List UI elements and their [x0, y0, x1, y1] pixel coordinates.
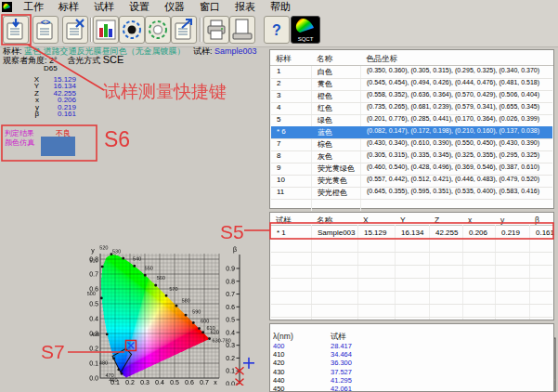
standards-row-1[interactable]: 1白色(0.350, 0.360), (0.305, 0.315), (0.29…	[271, 66, 552, 78]
annotation-s6: S6	[104, 127, 130, 152]
sample-table: 试样名称XYZxyβ * 1Sample00315.12916.13442.25…	[269, 212, 554, 320]
standards-row-7[interactable]: 7棕色(0.430, 0.340), (0.610, 0.390), (0.55…	[271, 138, 552, 150]
standard-name: 黄色	[318, 79, 332, 89]
question-mark-icon: ?	[272, 22, 281, 38]
wavelength: 450	[273, 385, 285, 392]
standard-name: 荧光黄绿色	[318, 163, 355, 174]
delete-record-button[interactable]	[62, 16, 88, 44]
sample-col-header-3: Y	[400, 216, 406, 225]
standards-row-9[interactable]: 9荧光黄绿色(0.460, 0.540), (0.428, 0.496), (0…	[271, 163, 552, 175]
menu-item-5[interactable]: 窗口	[192, 0, 227, 14]
standard-coords: (0.558, 0.352), (0.636, 0.364), (0.570, …	[367, 91, 539, 98]
status-line-observer: 观察者角度: 2° 含光方式 SCE	[3, 54, 123, 67]
annotation-s7: S7	[41, 341, 65, 363]
standards-row-3[interactable]: 3橙色(0.558, 0.352), (0.636, 0.364), (0.57…	[271, 90, 552, 102]
standard-coords: (0.545, 0.454), (0.494, 0.426), (0.444, …	[367, 79, 539, 85]
calibrate-white-button[interactable]	[145, 16, 171, 44]
wavelength: 420	[273, 359, 285, 367]
measure-value: 0.161	[39, 110, 76, 118]
wavelength: 400	[273, 342, 285, 350]
col-header-standard: 标样	[276, 54, 292, 65]
mode-value: SCE	[103, 54, 124, 65]
spectral-panel: λ(nm) 试样 40028.41741034.46442036.3004303…	[269, 323, 554, 392]
white-calibration-icon	[146, 17, 170, 43]
standard-coords: (0.645, 0.355), (0.595, 0.351), (0.535, …	[367, 188, 539, 194]
sample-col-header-7: β	[535, 216, 539, 225]
sample-col-header-5: x	[468, 216, 472, 225]
calibrate-black-button[interactable]	[119, 16, 145, 44]
sample-cell: 0.219	[501, 229, 520, 237]
col-header-coords: 色品坐标	[366, 54, 397, 65]
measure-label: β	[19, 110, 39, 118]
standard-coords: (0.305, 0.315), (0.335, 0.345), (0.325, …	[367, 151, 539, 158]
standards-row-5[interactable]: 5绿色(0.201, 0.776), (0.285, 0.441), (0.17…	[271, 114, 552, 126]
standard-coords: (0.460, 0.540), (0.428, 0.496), (0.369, …	[367, 163, 539, 170]
standard-name: 红色	[318, 103, 332, 113]
printer-icon	[204, 17, 228, 43]
toolbar: <>	[0, 14, 558, 47]
print-button[interactable]	[203, 16, 229, 44]
spectral-value: 28.417	[331, 342, 352, 350]
measure-sample-button[interactable]	[3, 16, 29, 44]
sample-label: 试样:	[193, 46, 213, 56]
standard-id: 9	[277, 163, 280, 172]
wavelength: 440	[273, 376, 285, 385]
sample-cell: 42.255	[435, 229, 458, 237]
menu-items: 工作标样试样设置仪器窗口报表帮助	[16, 0, 298, 14]
standard-id: 1	[277, 67, 280, 75]
menu-item-3[interactable]: 设置	[122, 0, 157, 14]
col-header-name: 名称	[317, 54, 332, 65]
standards-row-6[interactable]: * 6蓝色(0.082, 0.147), (0.172, 0.198), (0.…	[271, 126, 552, 138]
page-preview-icon	[230, 17, 254, 43]
standard-id: 4	[277, 103, 280, 111]
compare-data-button[interactable]: <>	[32, 16, 58, 44]
judgement-box: 判定结果 不良 颜色仿真	[2, 125, 97, 161]
export-data-button[interactable]	[171, 16, 197, 44]
standard-id: * 6	[277, 127, 286, 136]
menu-item-6[interactable]: 报表	[227, 0, 263, 14]
menu-item-4[interactable]: 仪器	[157, 0, 192, 14]
standards-row-4[interactable]: 4红色(0.735, 0.265), (0.681, 0.239), (0.57…	[271, 102, 552, 114]
sample-row[interactable]: * 1Sample00315.12916.13442.2550.2060.219…	[271, 226, 552, 239]
spectral-value: 42.061	[331, 385, 352, 392]
standards-row-11[interactable]: 11荧光橙色(0.645, 0.355), (0.595, 0.351), (0…	[271, 187, 552, 199]
standard-name: 棕色	[318, 139, 332, 150]
sample-col-header-6: y	[500, 216, 504, 225]
chart-view-button[interactable]	[93, 16, 119, 44]
standards-row-10[interactable]: 10荧光黄色(0.557, 0.442), (0.512, 0.421), (0…	[271, 175, 552, 187]
help-button[interactable]: ?	[264, 16, 290, 44]
col-header-wavelength: λ(nm)	[273, 332, 293, 341]
menu-item-2[interactable]: 试样	[86, 0, 122, 14]
standard-name: 橙色	[318, 91, 332, 101]
standard-id: 11	[277, 188, 284, 196]
standard-id: 8	[277, 151, 280, 160]
angle-brackets-icon: <>	[41, 18, 51, 27]
simulation-label: 颜色仿真	[5, 137, 34, 148]
sqct-logo-button[interactable]: SQCT	[291, 16, 320, 44]
black-calibration-icon	[120, 17, 144, 43]
standard-name: 绿色	[318, 115, 332, 125]
sample-cell: 15.129	[364, 229, 386, 237]
standard-coords: (0.557, 0.442), (0.512, 0.421), (0.446, …	[367, 176, 539, 182]
print-preview-button[interactable]	[229, 16, 255, 44]
standard-id: 5	[277, 115, 280, 124]
sample-cell: 0.161	[536, 229, 554, 237]
standards-table: 标样 名称 色品坐标 1白色(0.350, 0.360), (0.305, 0.…	[269, 49, 554, 209]
illuminant-label: D65	[44, 64, 58, 72]
standards-row-2[interactable]: 2黄色(0.545, 0.454), (0.494, 0.426), (0.44…	[271, 78, 552, 90]
menu-item-1[interactable]: 标样	[51, 0, 86, 14]
standard-name: 蓝色	[318, 127, 332, 137]
sample-cell: 16.134	[401, 229, 423, 237]
standard-coords: (0.082, 0.147), (0.172, 0.198), (0.210, …	[367, 127, 539, 134]
sample-col-header-2: X	[363, 216, 369, 225]
standards-row-8[interactable]: 8灰色(0.305, 0.315), (0.335, 0.345), (0.32…	[271, 150, 552, 163]
standard-coords: (0.430, 0.340), (0.610, 0.390), (0.550, …	[367, 139, 539, 146]
menu-item-0[interactable]: 工作	[16, 0, 51, 14]
menu-bar: 工作标样试样设置仪器窗口报表帮助	[0, 0, 558, 14]
standard-coords: (0.350, 0.360), (0.305, 0.315), (0.295, …	[367, 67, 539, 73]
standard-id: 2	[277, 79, 280, 87]
arrow-down-icon	[13, 19, 19, 26]
menu-item-7[interactable]: 帮助	[263, 0, 298, 14]
sample-cell: 0.206	[469, 229, 487, 237]
wavelength: 430	[273, 368, 285, 376]
